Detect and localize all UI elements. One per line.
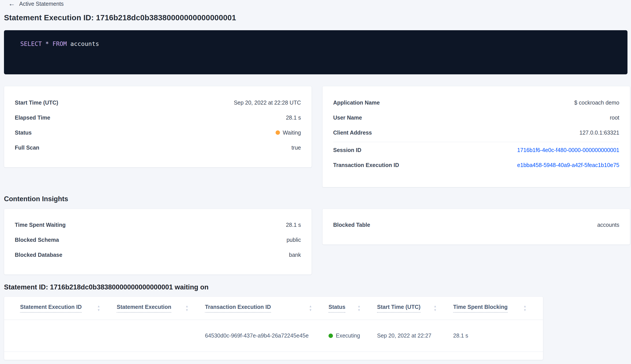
column-header-time-spent-blocking[interactable]: Time Spent Blocking ▲▼ <box>453 297 543 320</box>
sort-icon[interactable]: ▲▼ <box>358 305 360 312</box>
session-id-label: Session ID <box>333 147 362 153</box>
time-spent-waiting-value: 28.1 s <box>286 222 301 228</box>
cell-transaction-execution-id: 64530d0c-969f-437e-a9b4-26a72245e45e <box>205 320 328 352</box>
status-value: Waiting <box>276 130 301 136</box>
sql-star-operator: * <box>46 40 49 47</box>
elapsed-time-value: 28.1 s <box>286 114 301 121</box>
full-scan-row: Full Scan true <box>15 140 301 155</box>
cell-statement-execution-id <box>4 320 117 352</box>
session-id-row: Session ID 1716b1f6-4e0c-f480-0000-00000… <box>333 142 619 158</box>
client-address-label: Client Address <box>333 130 372 136</box>
cell-status: Executing <box>328 320 377 352</box>
status-dot-executing-icon <box>328 334 333 338</box>
application-name-label: Application Name <box>333 100 380 106</box>
time-spent-waiting-row: Time Spent Waiting 28.1 s <box>15 217 301 232</box>
user-name-row: User Name root <box>333 110 619 125</box>
waiting-on-table: Statement Execution ID ▲▼ Statement Exec… <box>4 297 543 352</box>
start-time-row: Start Time (UTC) Sep 20, 2022 at 22:28 U… <box>15 95 301 110</box>
column-header-status[interactable]: Status ▲▼ <box>328 297 377 320</box>
column-header-statement-execution[interactable]: Statement Execution ▲▼ <box>117 297 205 320</box>
sort-icon[interactable]: ▲▼ <box>434 305 437 312</box>
elapsed-time-row: Elapsed Time 28.1 s <box>15 110 301 125</box>
column-label: Start Time (UTC) <box>377 304 420 312</box>
session-card: Application Name $ cockroach demo User N… <box>322 86 630 187</box>
column-label: Time Spent Blocking <box>453 304 508 312</box>
application-name-value: $ cockroach demo <box>574 100 619 106</box>
sort-icon[interactable]: ▲▼ <box>185 305 188 312</box>
start-time-value: Sep 20, 2022 at 22:28 UTC <box>234 100 301 106</box>
client-address-row: Client Address 127.0.0.1:63321 <box>333 125 619 140</box>
session-id-link[interactable]: 1716b1f6-4e0c-f480-0000-000000000001 <box>517 147 619 153</box>
cell-start-time: Sep 20, 2022 at 22:27 <box>377 320 453 352</box>
cell-time-spent-blocking: 28.1 s <box>453 320 543 352</box>
sql-statement-box: SELECT*FROMaccounts <box>4 30 628 74</box>
sql-table-name: accounts <box>70 40 99 47</box>
status-text: Waiting <box>283 130 301 136</box>
sort-icon[interactable]: ▲▼ <box>523 305 526 312</box>
status-label: Status <box>15 130 32 136</box>
column-label: Transaction Execution ID <box>205 304 271 312</box>
time-spent-waiting-label: Time Spent Waiting <box>15 222 66 228</box>
full-scan-label: Full Scan <box>15 144 39 151</box>
blocked-schema-value: public <box>286 237 301 243</box>
sql-keyword-select: SELECT <box>20 40 42 47</box>
status-row: Status Waiting <box>15 125 301 140</box>
transaction-execution-id-label: Transaction Execution ID <box>333 162 399 168</box>
transaction-execution-id-row: Transaction Execution ID e1bba458-5948-4… <box>333 158 619 172</box>
page-title: Statement Execution ID: 1716b218dc0b3838… <box>4 13 236 22</box>
contention-insights-heading: Contention Insights <box>4 195 68 203</box>
blocked-database-value: bank <box>289 252 301 258</box>
elapsed-time-label: Elapsed Time <box>15 114 50 121</box>
blocked-table-row: Blocked Table accounts <box>333 217 619 232</box>
full-scan-value: true <box>292 144 301 151</box>
back-nav-label: Active Statements <box>19 1 64 7</box>
blocked-table-value: accounts <box>597 222 619 228</box>
column-label: Status <box>328 304 345 312</box>
back-arrow-icon: ← <box>8 0 15 7</box>
client-address-value: 127.0.0.1:63321 <box>579 130 619 136</box>
column-label: Statement Execution <box>117 304 171 312</box>
table-row: 64530d0c-969f-437e-a9b4-26a72245e45e Exe… <box>4 320 543 352</box>
application-name-row: Application Name $ cockroach demo <box>333 95 619 110</box>
sort-icon[interactable]: ▲▼ <box>309 305 312 312</box>
sort-icon[interactable]: ▲▼ <box>97 305 100 312</box>
blocked-database-label: Blocked Database <box>15 252 62 258</box>
session-card-divider <box>333 142 619 142</box>
column-header-start-time[interactable]: Start Time (UTC) ▲▼ <box>377 297 453 320</box>
column-label: Statement Execution ID <box>20 304 82 312</box>
start-time-label: Start Time (UTC) <box>15 100 58 106</box>
row-status-text: Executing <box>336 332 360 339</box>
user-name-value: root <box>610 114 619 121</box>
column-header-statement-execution-id[interactable]: Statement Execution ID ▲▼ <box>4 297 117 320</box>
blocked-schema-label: Blocked Schema <box>15 237 59 243</box>
table-header-row: Statement Execution ID ▲▼ Statement Exec… <box>4 297 543 320</box>
status-dot-waiting-icon <box>276 130 280 135</box>
blocked-table-label: Blocked Table <box>333 222 370 228</box>
blocked-database-row: Blocked Database bank <box>15 247 301 262</box>
sql-keyword-from: FROM <box>52 40 67 47</box>
transaction-execution-id-link[interactable]: e1bba458-5948-40a9-a42f-5feac1b10e75 <box>517 162 619 168</box>
blocked-table-card: Blocked Table accounts <box>322 209 630 245</box>
column-header-transaction-execution-id[interactable]: Transaction Execution ID ▲▼ <box>205 297 328 320</box>
cell-statement-execution <box>117 320 205 352</box>
overview-card: Start Time (UTC) Sep 20, 2022 at 22:28 U… <box>4 86 312 168</box>
waiting-on-table-card: Statement Execution ID ▲▼ Statement Exec… <box>4 296 543 360</box>
user-name-label: User Name <box>333 114 362 121</box>
contention-card: Time Spent Waiting 28.1 s Blocked Schema… <box>4 209 312 275</box>
back-nav-link[interactable]: ← Active Statements <box>8 0 64 7</box>
blocked-schema-row: Blocked Schema public <box>15 232 301 247</box>
waiting-on-heading: Statement ID: 1716b218dc0b38380000000000… <box>4 283 208 291</box>
